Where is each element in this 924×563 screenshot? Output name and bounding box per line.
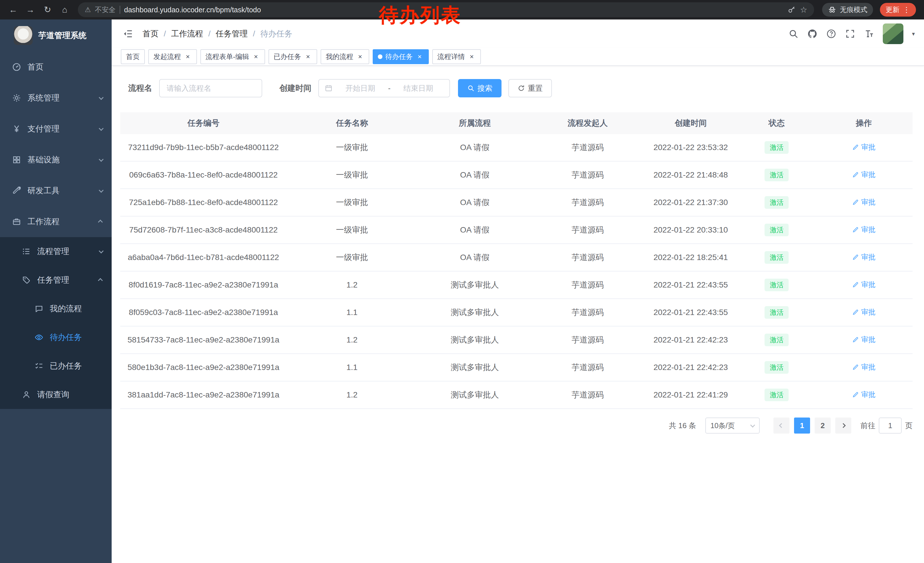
key-icon[interactable]	[788, 6, 796, 14]
update-button[interactable]: 更新 ⋮	[880, 3, 916, 17]
back-icon[interactable]: ←	[6, 2, 21, 17]
sidebar-item-done-task[interactable]: 已办任务	[0, 352, 112, 380]
yen-icon	[12, 124, 21, 134]
sidebar-item-infrastructure[interactable]: 基础设施	[0, 144, 112, 175]
sidebar-item-system[interactable]: 系统管理	[0, 83, 112, 113]
process-name-input[interactable]	[159, 79, 262, 98]
tab-start-process[interactable]: 发起流程 ×	[148, 49, 197, 64]
prev-page-button[interactable]	[773, 417, 789, 434]
sidebar-item-process-mgmt[interactable]: 流程管理	[0, 237, 112, 266]
browser-menu-icon[interactable]: ⋮	[903, 6, 910, 14]
browser-chrome: ← → ↻ ⌂ ⚠ 不安全 dashboard.yudao.iocoder.cn…	[0, 0, 924, 20]
sidebar-item-payment[interactable]: 支付管理	[0, 113, 112, 144]
close-icon[interactable]: ×	[356, 53, 364, 61]
breadcrumb-home[interactable]: 首页	[142, 29, 159, 39]
approve-link[interactable]: 审批	[852, 225, 876, 234]
date-range-picker[interactable]: 开始日期 - 结束日期	[318, 79, 450, 98]
sidebar-item-home[interactable]: 首页	[0, 51, 112, 83]
search-icon[interactable]	[788, 29, 799, 39]
app-logo: 芋道管理系统	[0, 20, 112, 51]
help-icon[interactable]	[826, 29, 836, 39]
goto-page-input[interactable]	[879, 417, 902, 434]
pen-icon	[852, 144, 859, 151]
close-icon[interactable]: ×	[184, 53, 192, 61]
tab-todo-task[interactable]: 待办任务 ×	[373, 49, 429, 64]
chat-icon	[34, 304, 44, 313]
status-badge: 激活	[765, 279, 789, 291]
page-button-1[interactable]: 1	[794, 417, 810, 434]
table-row: 725a1eb6-7b88-11ec-8ef0-acde48001122 一级审…	[120, 189, 912, 216]
approve-link[interactable]: 审批	[852, 252, 876, 262]
cell-task-name: 1.1	[286, 363, 417, 372]
header-actions: ▾	[788, 24, 915, 44]
address-bar[interactable]: ⚠ 不安全 dashboard.yudao.iocoder.cn/bpm/tas…	[78, 2, 814, 17]
home-icon[interactable]: ⌂	[57, 2, 72, 17]
close-icon[interactable]: ×	[416, 53, 424, 61]
page-unit-label: 页	[905, 421, 912, 431]
column-header: 所属流程	[417, 118, 532, 129]
cell-task-id: a6aba0a4-7b6d-11ec-b781-acde48001122	[120, 253, 286, 262]
tab-my-process[interactable]: 我的流程 ×	[321, 49, 369, 64]
sidebar-item-todo-task[interactable]: 待办任务	[0, 323, 112, 352]
font-size-icon[interactable]	[864, 29, 874, 39]
bookmark-star-icon[interactable]: ☆	[800, 5, 807, 15]
avatar-caret-icon[interactable]: ▾	[912, 30, 915, 37]
tab-form-edit[interactable]: 流程表单-编辑 ×	[200, 49, 265, 64]
pen-icon	[852, 364, 859, 371]
goto-label: 前往	[861, 421, 875, 431]
sidebar-fold-icon[interactable]	[123, 29, 134, 39]
pagination: 共 16 条 10条/页 1 2 前往 页	[120, 417, 912, 434]
next-page-button[interactable]	[835, 417, 851, 434]
column-header: 创建时间	[643, 118, 738, 129]
sidebar-item-devtools[interactable]: 研发工具	[0, 175, 112, 206]
gear-icon	[12, 93, 21, 102]
cell-create-time: 2022-01-21 22:41:29	[643, 390, 738, 399]
search-icon	[467, 84, 475, 92]
dashboard-icon	[12, 62, 21, 72]
forward-icon[interactable]: →	[23, 2, 38, 17]
approve-link[interactable]: 审批	[852, 197, 876, 207]
close-icon[interactable]: ×	[252, 53, 260, 61]
cell-task-name: 一级审批	[286, 170, 417, 180]
approve-link[interactable]: 审批	[852, 335, 876, 344]
close-icon[interactable]: ×	[304, 53, 312, 61]
page-size-select[interactable]: 10条/页	[705, 417, 760, 434]
github-icon[interactable]	[807, 29, 818, 39]
breadcrumb-task-mgmt[interactable]: 任务管理	[216, 29, 248, 39]
reload-icon[interactable]: ↻	[40, 2, 55, 17]
cell-starter: 芋道源码	[532, 252, 643, 263]
tab-process-detail[interactable]: 流程详情 ×	[432, 49, 481, 64]
table-row: 381aa1dd-7ac8-11ec-a9e2-a2380e71991a 1.2…	[120, 381, 912, 409]
approve-link[interactable]: 审批	[852, 362, 876, 372]
cell-create-time: 2022-01-22 23:53:32	[643, 143, 738, 152]
sidebar-item-task-mgmt[interactable]: 任务管理	[0, 266, 112, 294]
approve-link[interactable]: 审批	[852, 142, 876, 152]
approve-link[interactable]: 审批	[852, 280, 876, 289]
cell-process: OA 请假	[417, 197, 532, 208]
cell-task-name: 1.1	[286, 308, 417, 317]
status-badge: 激活	[765, 306, 789, 319]
fullscreen-icon[interactable]	[845, 29, 855, 39]
close-icon[interactable]: ×	[468, 53, 476, 61]
cell-task-id: 75d72608-7b7f-11ec-a3c8-acde48001122	[120, 225, 286, 234]
tab-done-task[interactable]: 已办任务 ×	[268, 49, 317, 64]
breadcrumb: 首页 工作流程 任务管理 待办任务	[142, 29, 292, 39]
tab-home[interactable]: 首页	[121, 49, 145, 64]
user-avatar[interactable]	[883, 24, 903, 44]
sidebar-item-my-process[interactable]: 我的流程	[0, 294, 112, 323]
cell-starter: 芋道源码	[532, 225, 643, 236]
sidebar-item-leave-query[interactable]: 请假查询	[0, 380, 112, 409]
person-icon	[22, 390, 31, 399]
cell-task-id: 381aa1dd-7ac8-11ec-a9e2-a2380e71991a	[120, 390, 286, 399]
approve-link[interactable]: 审批	[852, 170, 876, 179]
reset-button[interactable]: 重置	[508, 79, 552, 98]
sidebar-item-workflow[interactable]: 工作流程	[0, 206, 112, 237]
status-badge: 激活	[765, 389, 789, 401]
page-button-2[interactable]: 2	[814, 417, 831, 434]
breadcrumb-workflow[interactable]: 工作流程	[171, 29, 203, 39]
approve-link[interactable]: 审批	[852, 390, 876, 399]
cell-starter: 芋道源码	[532, 389, 643, 400]
cell-process: OA 请假	[417, 142, 532, 153]
approve-link[interactable]: 审批	[852, 307, 876, 317]
search-button[interactable]: 搜索	[458, 79, 501, 98]
